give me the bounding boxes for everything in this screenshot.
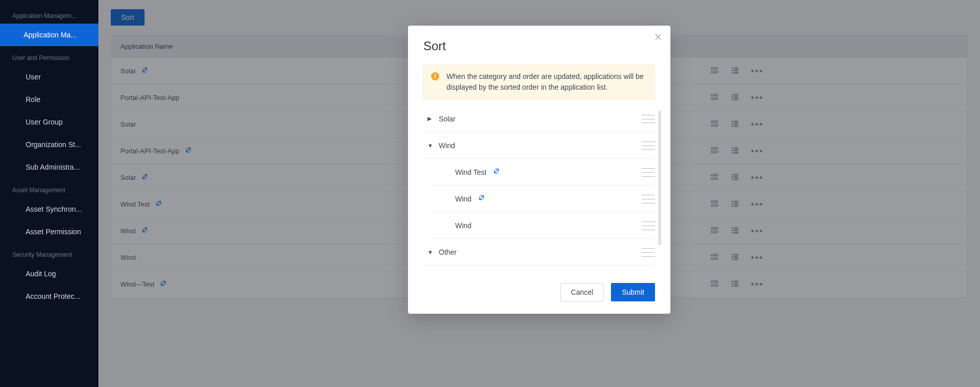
sidebar-item[interactable]: Organization St... — [0, 133, 98, 156]
sidebar-item[interactable]: Account Protec... — [0, 285, 98, 308]
sidebar-group-title: User and Permission — [0, 46, 98, 66]
tree-row[interactable]: ▶Solar―――――― — [423, 106, 655, 132]
external-link-icon[interactable] — [478, 194, 485, 203]
tree-row[interactable]: Wind Test―――――― — [432, 159, 655, 186]
tree-row[interactable]: ▼Other―――――― — [423, 239, 655, 266]
sidebar-item[interactable]: Audit Log — [0, 262, 98, 285]
drag-handle-icon[interactable]: ―――――― — [642, 193, 654, 205]
caret-down-icon[interactable]: ▼ — [427, 249, 433, 255]
main-content: Sort Application Name Owning Organizatio… — [98, 0, 980, 387]
close-icon[interactable] — [654, 33, 662, 44]
scrollbar[interactable] — [658, 111, 661, 245]
tree-label: Wind Test — [455, 168, 486, 176]
tree-row[interactable]: Wind―――――― — [432, 212, 655, 239]
tree-label: Wind — [455, 221, 472, 230]
tree-label: Other — [439, 248, 457, 256]
tree-label: Solar — [439, 115, 456, 123]
sidebar-group-title: Security Management — [0, 243, 98, 262]
modal-title: Sort — [423, 39, 655, 53]
sort-modal: Sort ! When the category and order are u… — [408, 26, 670, 314]
sidebar-item[interactable]: User — [0, 66, 98, 88]
tree-label: Wind — [439, 141, 455, 150]
modal-footer: Cancel Submit — [423, 283, 655, 301]
sidebar-item[interactable]: Asset Permission — [0, 220, 98, 243]
sidebar-item[interactable]: Role — [0, 88, 98, 111]
sidebar-item[interactable]: Application Ma... — [0, 24, 98, 46]
caret-down-icon[interactable]: ▼ — [427, 142, 433, 149]
drag-handle-icon[interactable]: ―――――― — [642, 139, 654, 151]
sidebar-item[interactable]: Asset Synchron... — [0, 198, 98, 220]
caret-right-icon[interactable]: ▶ — [427, 115, 433, 122]
sidebar-item[interactable]: Sub Administra... — [0, 156, 98, 178]
sidebar-group-title: Application Managem... — [0, 4, 98, 24]
warning-icon: ! — [431, 72, 439, 80]
sort-tree: ▶Solar――――――▼Wind――――――Wind Test――――――Wi… — [423, 106, 655, 266]
cancel-button[interactable]: Cancel — [560, 283, 604, 301]
drag-handle-icon[interactable]: ―――――― — [642, 113, 654, 125]
drag-handle-icon[interactable]: ―――――― — [642, 166, 654, 178]
external-link-icon[interactable] — [493, 168, 500, 176]
tree-label: Wind — [455, 195, 472, 203]
submit-button[interactable]: Submit — [611, 283, 655, 301]
sidebar-item[interactable]: User Group — [0, 111, 98, 133]
tree-row[interactable]: Wind―――――― — [432, 186, 655, 212]
sidebar: Application Managem...Application Ma...U… — [0, 0, 98, 387]
notice-banner: ! When the category and order are update… — [423, 65, 655, 99]
drag-handle-icon[interactable]: ―――――― — [642, 246, 654, 258]
notice-text: When the category and order are updated,… — [446, 72, 643, 91]
sidebar-group-title: Asset Management — [0, 178, 98, 198]
drag-handle-icon[interactable]: ―――――― — [642, 219, 654, 231]
tree-row[interactable]: ▼Wind―――――― — [423, 132, 655, 159]
